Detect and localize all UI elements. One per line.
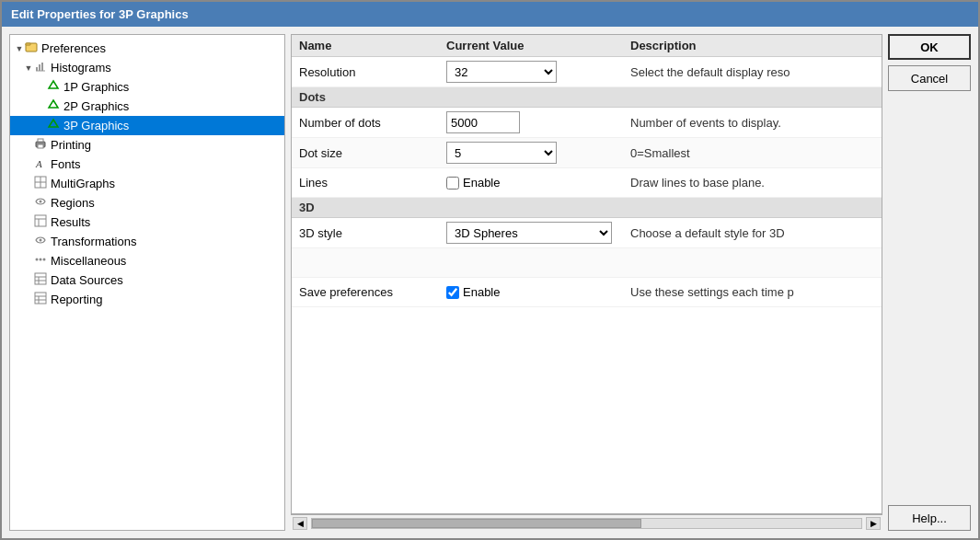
prop-value-0[interactable]: 163264128 — [446, 61, 630, 83]
title-bar: Edit Properties for 3P Graphics — [2, 2, 978, 27]
svg-rect-28 — [35, 293, 46, 304]
checkbox-wrap-8[interactable]: Enable — [446, 285, 630, 299]
scroll-right-btn[interactable]: ▶ — [866, 517, 881, 530]
prop-row-8: Save preferencesEnableUse these settings… — [292, 278, 882, 307]
tree-item-miscellaneous[interactable]: Miscellaneous — [10, 251, 284, 270]
checkbox-wrap-4[interactable]: Enable — [446, 176, 630, 190]
tree-item-transformations[interactable]: Transformations — [10, 232, 284, 251]
prop-value-8[interactable]: Enable — [446, 285, 630, 299]
prop-row-6: 3D style3D Spheres3D Cones3D Cubes3D Dot… — [292, 218, 882, 248]
tree-item-results[interactable]: Results — [10, 213, 284, 232]
prop-desc-8: Use these settings each time p — [630, 285, 874, 299]
label-transformations: Transformations — [51, 235, 136, 248]
input-2[interactable] — [446, 111, 520, 133]
label-results: Results — [51, 215, 90, 229]
tree-item-reporting[interactable]: Reporting — [10, 290, 284, 309]
properties-table: Name Current Value Description Resolutio… — [291, 34, 882, 514]
help-button[interactable]: Help... — [888, 505, 971, 531]
label-printing: Printing — [51, 138, 91, 152]
tree-item-3p-graphics[interactable]: 3P Graphics — [10, 116, 284, 135]
svg-rect-2 — [36, 67, 38, 71]
label-fonts: Fonts — [51, 157, 81, 171]
expander-histograms: ▼ — [23, 63, 34, 73]
tree-item-histograms[interactable]: ▼Histograms — [10, 58, 284, 77]
checkbox-8[interactable] — [446, 286, 459, 299]
tree-item-printing[interactable]: Printing — [10, 135, 284, 155]
select-wide-6[interactable]: 3D Spheres3D Cones3D Cubes3D Dots — [446, 222, 612, 244]
svg-rect-4 — [41, 63, 43, 71]
icon-1p-graphics — [47, 79, 60, 95]
label-histograms: Histograms — [51, 61, 111, 75]
tree-item-multigraphs[interactable]: MultiGraphs — [10, 174, 284, 193]
dialog-title: Edit Properties for 3P Graphics — [11, 7, 189, 21]
tree-panel: ▼Preferences▼Histograms1P Graphics2P Gra… — [9, 34, 285, 531]
svg-rect-11 — [38, 144, 43, 148]
prop-value-3[interactable]: 12345678910 — [446, 142, 630, 164]
icon-data-sources — [34, 272, 47, 288]
prop-desc-3: 0=Smallest — [630, 146, 874, 160]
checkbox-label-4: Enable — [463, 176, 500, 190]
prop-row-4: LinesEnableDraw lines to base plane. — [292, 168, 882, 198]
prop-desc-0: Select the default display reso — [630, 65, 874, 79]
horizontal-scrollbar[interactable]: ◀ ▶ — [291, 514, 882, 531]
label-reporting: Reporting — [51, 293, 102, 306]
icon-2p-graphics — [47, 98, 60, 114]
section-dots: Dots — [292, 87, 882, 108]
label-multigraphs: MultiGraphs — [51, 177, 115, 190]
prop-row-3: Dot size123456789100=Smallest — [292, 138, 882, 168]
svg-point-23 — [43, 259, 46, 261]
prop-name-2: Number of dots — [299, 116, 446, 130]
icon-results — [34, 214, 47, 230]
prop-name-0: Resolution — [299, 65, 446, 79]
ok-button[interactable]: OK — [888, 34, 971, 60]
svg-text:A: A — [35, 158, 42, 169]
icon-regions — [34, 195, 47, 211]
prop-rows-container: Resolution163264128Select the default di… — [292, 57, 882, 307]
label-miscellaneous: Miscellaneous — [51, 254, 126, 268]
tree-item-preferences[interactable]: ▼Preferences — [10, 39, 284, 58]
prop-name-4: Lines — [299, 176, 446, 190]
tree-item-regions[interactable]: Regions — [10, 193, 284, 213]
scroll-left-btn[interactable]: ◀ — [293, 517, 307, 530]
section-3d: 3D — [292, 198, 882, 218]
properties-header: Name Current Value Description — [292, 35, 882, 57]
prop-row-7 — [292, 248, 882, 278]
label-preferences: Preferences — [41, 41, 106, 55]
prop-value-6[interactable]: 3D Spheres3D Cones3D Cubes3D Dots — [446, 222, 630, 244]
prop-desc-4: Draw lines to base plane. — [630, 176, 874, 190]
label-3p-graphics: 3P Graphics — [63, 119, 129, 132]
main-dialog: Edit Properties for 3P Graphics ▼Prefere… — [0, 0, 980, 540]
checkbox-4[interactable] — [446, 177, 459, 190]
scrollbar-track[interactable] — [311, 518, 862, 529]
button-spacer — [888, 97, 971, 500]
tree-item-1p-graphics[interactable]: 1P Graphics — [10, 77, 284, 97]
svg-rect-1 — [26, 43, 30, 45]
header-name: Name — [299, 39, 446, 52]
label-regions: Regions — [51, 196, 95, 210]
scrollbar-thumb[interactable] — [312, 519, 641, 528]
tree-item-data-sources[interactable]: Data Sources — [10, 270, 284, 290]
header-value: Current Value — [446, 39, 630, 52]
cancel-button[interactable]: Cancel — [888, 65, 971, 91]
select-3[interactable]: 12345678910 — [446, 142, 557, 164]
label-2p-graphics: 2P Graphics — [63, 99, 129, 113]
icon-reporting — [34, 292, 47, 307]
tree-item-2p-graphics[interactable]: 2P Graphics — [10, 97, 284, 116]
svg-rect-17 — [35, 215, 46, 226]
tree-item-fonts[interactable]: AFonts — [10, 155, 284, 174]
icon-printing — [34, 137, 47, 153]
prop-value-4[interactable]: Enable — [446, 176, 630, 190]
label-data-sources: Data Sources — [51, 273, 123, 287]
svg-marker-6 — [49, 81, 58, 88]
prop-name-8: Save preferences — [299, 285, 446, 299]
button-panel: OK Cancel Help... — [888, 34, 971, 531]
icon-miscellaneous — [34, 253, 47, 269]
dialog-body: ▼Preferences▼Histograms1P Graphics2P Gra… — [2, 27, 978, 538]
select-0[interactable]: 163264128 — [446, 61, 557, 83]
icon-histograms — [34, 60, 47, 75]
expander-preferences: ▼ — [14, 44, 25, 53]
icon-transformations — [34, 234, 47, 249]
prop-name-3: Dot size — [299, 146, 446, 160]
prop-name-6: 3D style — [299, 226, 446, 240]
prop-value-2[interactable] — [446, 111, 630, 133]
